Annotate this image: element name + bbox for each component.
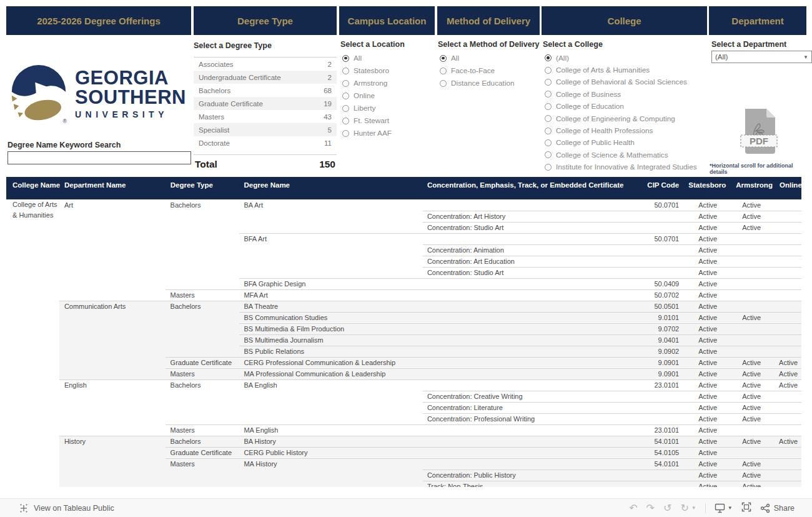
table-row[interactable]: MastersMFA Art50.0702Active <box>6 289 801 301</box>
radio-icon[interactable] <box>545 54 552 61</box>
college-option[interactable]: (All) <box>545 52 697 64</box>
reset-button[interactable]: ↺ <box>663 503 671 513</box>
college-option[interactable]: Institute for Innovative & Integrated St… <box>545 161 697 173</box>
college-option[interactable]: College of Health Professions <box>545 124 697 136</box>
college-option[interactable]: College of Education <box>545 101 697 113</box>
table-row[interactable]: BS Communication Studies9.0101ActiveActi… <box>6 312 801 323</box>
college-option[interactable]: College of Behavioral & Social Sciences <box>545 76 697 88</box>
radio-icon[interactable] <box>342 105 349 112</box>
table-row[interactable]: Concentration: Studio ArtActive <box>6 267 801 278</box>
radio-icon[interactable] <box>440 68 447 74</box>
radio-icon[interactable] <box>342 80 349 87</box>
degree-type-row[interactable]: Specialist5 <box>194 123 337 136</box>
location-option[interactable]: Armstrong <box>342 77 392 89</box>
cell-name: BFA Art <box>239 233 422 244</box>
table-row[interactable]: Graduate CertificateCERG Professional Co… <box>6 357 801 368</box>
radio-icon[interactable] <box>545 67 552 74</box>
table-row[interactable]: College of Arts & HumanitiesArtBachelors… <box>6 199 801 211</box>
table-row[interactable]: Concentration: Public HistoryActiveActiv… <box>6 469 801 481</box>
table-row[interactable]: Communication ArtsBachelorsBA Theatre50.… <box>6 301 801 312</box>
col-header-statesboro[interactable]: Statesboro <box>681 177 730 199</box>
table-row[interactable]: BFA Graphic Design50.0409Active <box>6 278 801 289</box>
delivery-option[interactable]: All <box>440 52 515 64</box>
col-header-college-name[interactable]: College Name <box>6 177 59 199</box>
college-option[interactable]: College of Arts & Humanities <box>545 64 697 76</box>
radio-icon[interactable] <box>545 115 552 122</box>
col-header-online[interactable]: Online <box>778 177 801 199</box>
location-option[interactable]: Ft. Stewart <box>342 114 392 127</box>
download-button[interactable]: ▼ <box>715 503 733 513</box>
table-row[interactable]: MastersMA English23.0101Active <box>6 424 801 436</box>
table-row[interactable]: Concentration: AnimationActive <box>6 244 801 256</box>
table-row[interactable]: EnglishBachelorsBA English23.0101ActiveA… <box>6 379 801 391</box>
redo-button[interactable]: ↷ <box>646 503 655 513</box>
table-row[interactable]: Concentration: Creative WritingActiveAct… <box>6 391 801 402</box>
cell-type <box>166 481 239 487</box>
table-row[interactable]: BFA Art50.0701Active <box>6 233 801 244</box>
degree-type-row[interactable]: Doctorate11 <box>194 136 337 149</box>
table-row[interactable]: Concentration: Professional WritingActiv… <box>6 413 801 424</box>
degree-type-row[interactable]: Graduate Certificate19 <box>194 97 337 110</box>
share-button[interactable]: Share <box>760 503 795 513</box>
table-row[interactable]: Track: Non-ThesisActiveActive <box>6 481 801 487</box>
radio-icon[interactable] <box>545 151 552 158</box>
col-header-armstrong[interactable]: Armstrong <box>730 177 778 199</box>
col-header-cip-code[interactable]: CIP Code <box>646 177 681 199</box>
department-select[interactable]: (All) ▼ <box>711 51 812 63</box>
location-option[interactable]: All <box>342 52 392 64</box>
row-divider <box>423 222 801 223</box>
location-option[interactable]: Online <box>342 89 392 102</box>
fullscreen-button[interactable] <box>741 502 751 514</box>
radio-icon[interactable] <box>545 164 552 171</box>
radio-icon[interactable] <box>545 139 552 146</box>
table-row[interactable]: Concentration: Art HistoryActiveActive <box>6 211 801 222</box>
degree-type-count: 5 <box>328 126 337 134</box>
radio-icon[interactable] <box>342 55 349 62</box>
view-on-tableau-public[interactable]: View on Tableau Public <box>19 503 114 513</box>
table-row[interactable]: MastersMA History54.0101ActiveActive <box>6 458 801 469</box>
college-option[interactable]: College of Public Health <box>545 137 697 149</box>
delivery-option[interactable]: Face-to-Face <box>440 64 515 77</box>
radio-icon[interactable] <box>342 118 349 124</box>
radio-icon[interactable] <box>440 55 447 62</box>
cell-statesboro: Active <box>681 379 730 391</box>
table-row[interactable]: BS Multimedia & Film Production9.0702Act… <box>6 323 801 334</box>
radio-icon[interactable] <box>342 130 349 137</box>
undo-button[interactable]: ↶ <box>629 503 637 513</box>
table-row[interactable]: BS Multimedia Journalism9.0401Active <box>6 334 801 346</box>
table-row[interactable]: Concentration: Studio ArtActiveActive <box>6 222 801 233</box>
location-option[interactable]: Liberty <box>342 102 392 114</box>
radio-icon[interactable] <box>545 79 552 86</box>
radio-icon[interactable] <box>545 128 552 134</box>
degree-type-row[interactable]: Associates2 <box>194 58 337 71</box>
keyword-search-input[interactable] <box>7 151 191 164</box>
col-header-degree-name[interactable]: Degree Name <box>239 177 422 199</box>
degree-type-row[interactable]: Bachelors68 <box>194 84 337 97</box>
college-option[interactable]: College of Science & Mathematics <box>545 149 697 161</box>
radio-icon[interactable] <box>545 103 552 110</box>
location-option[interactable]: Statesboro <box>342 64 392 77</box>
col-header-department-name[interactable]: Department Name <box>59 177 166 199</box>
table-row[interactable]: MastersMA Professional Communication & L… <box>6 368 801 379</box>
pdf-export-button[interactable]: PDF <box>739 108 779 158</box>
college-option[interactable]: College of Business <box>545 88 697 100</box>
table-row[interactable]: BS Public Relations9.0902Active <box>6 346 801 357</box>
table-row[interactable]: Concentration: LiteratureActiveActive <box>6 402 801 413</box>
refresh-button[interactable]: ↻ ▼ <box>680 503 696 513</box>
radio-icon[interactable] <box>342 68 349 74</box>
table-row[interactable]: Concentration: Art EducationActive <box>6 256 801 267</box>
cell-college <box>6 357 59 368</box>
radio-icon[interactable] <box>440 80 447 87</box>
radio-icon[interactable] <box>342 93 349 99</box>
college-option[interactable]: College of Engineering & Computing <box>545 113 697 124</box>
degree-type-row[interactable]: Masters43 <box>194 110 337 123</box>
row-divider <box>423 267 801 268</box>
degree-type-row[interactable]: Undergraduate Certificate2 <box>194 71 337 84</box>
col-header-degree-type[interactable]: Degree Type <box>166 177 239 199</box>
table-row[interactable]: HistoryBachelorsBA History54.0101ActiveA… <box>6 436 801 447</box>
radio-icon[interactable] <box>545 91 552 98</box>
table-row[interactable]: Graduate CertificateCERG Public History5… <box>6 447 801 458</box>
delivery-option[interactable]: Distance Education <box>440 77 515 89</box>
location-option[interactable]: Hunter AAF <box>342 127 392 139</box>
col-header-concentration[interactable]: Concentration, Emphasis, Track, or Embed… <box>422 177 646 199</box>
